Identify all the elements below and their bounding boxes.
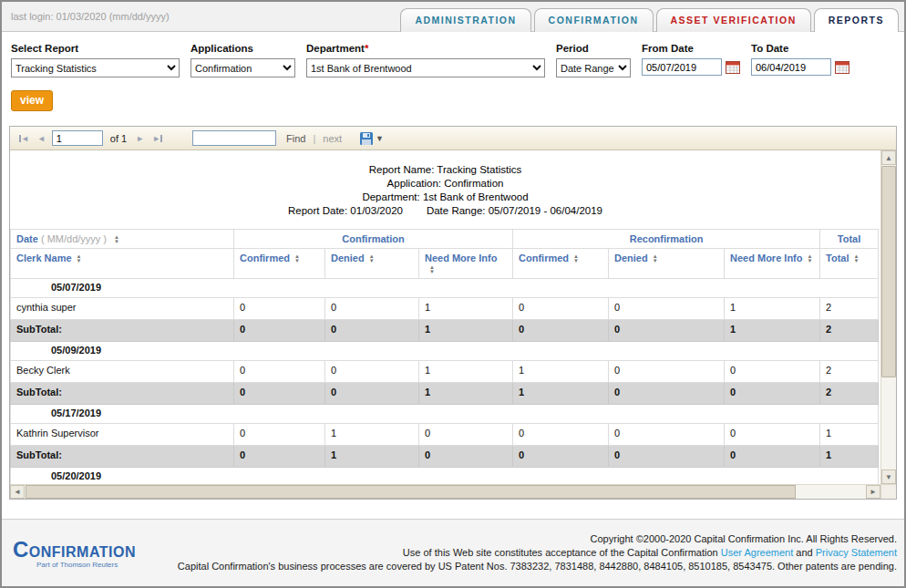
clerk-name-cell: Becky Clerk bbox=[11, 361, 234, 383]
sort-icon[interactable]: ▲▼ bbox=[294, 254, 300, 263]
footer-text-block: Copyright ©2000-2020 Capital Confirmatio… bbox=[168, 532, 897, 573]
confirmation-logo: CONFIRMATION Part of Thomson Reuters bbox=[13, 537, 168, 569]
table-row: Becky Clerk 0 0 1 1 0 0 2 bbox=[11, 361, 879, 383]
value-cell: 0 bbox=[513, 320, 609, 342]
denied-header: Denied▲▼ bbox=[325, 249, 419, 279]
user-agreement-link[interactable]: User Agreement bbox=[721, 547, 793, 558]
previous-page-button[interactable]: ◄ bbox=[36, 134, 47, 143]
scroll-down-icon[interactable]: ▼ bbox=[881, 469, 896, 484]
to-date-calendar-icon[interactable] bbox=[835, 60, 849, 74]
value-cell: 1 bbox=[419, 320, 513, 342]
value-cell: 1 bbox=[325, 446, 419, 468]
sort-icon[interactable]: ▲▼ bbox=[114, 235, 119, 244]
scrollbar-track[interactable] bbox=[797, 485, 866, 499]
total-header: Total▲▼ bbox=[820, 249, 879, 279]
scrollbar-corner bbox=[880, 485, 896, 499]
value-cell: 1 bbox=[725, 298, 820, 320]
date-group-row: 05/17/2019 bbox=[11, 405, 879, 424]
report-header-block: Report Name: Tracking Statistics Applica… bbox=[10, 163, 880, 218]
find-text-input[interactable] bbox=[192, 130, 276, 146]
find-link[interactable]: Find bbox=[286, 133, 305, 144]
first-page-button[interactable]: ◄ bbox=[17, 134, 31, 143]
sort-icon[interactable]: ▲▼ bbox=[369, 254, 375, 263]
next-page-button[interactable]: ► bbox=[134, 134, 146, 143]
last-page-button[interactable]: ► bbox=[150, 134, 164, 143]
value-cell: 1 bbox=[820, 424, 879, 446]
value-cell: 1 bbox=[513, 383, 609, 405]
to-date-input[interactable] bbox=[751, 58, 831, 76]
report-name-line: Report Name: Tracking Statistics bbox=[10, 163, 880, 177]
period-label: Period bbox=[556, 43, 631, 54]
value-cell: 0 bbox=[234, 361, 325, 383]
reconf-denied-header: Denied▲▼ bbox=[609, 249, 725, 279]
value-cell: 0 bbox=[513, 446, 609, 468]
horizontal-scrollbar[interactable]: ◄ ► bbox=[10, 484, 896, 499]
period-dropdown[interactable]: Date Range bbox=[556, 58, 631, 77]
reconf-confirmed-header: Confirmed▲▼ bbox=[513, 249, 609, 279]
value-cell: 0 bbox=[325, 298, 419, 320]
clerk-name-header: Clerk Name▲▼ bbox=[11, 249, 234, 279]
sort-icon[interactable]: ▲▼ bbox=[573, 254, 579, 263]
from-date-input[interactable] bbox=[642, 58, 722, 76]
select-report-dropdown[interactable]: Tracking Statistics bbox=[11, 58, 180, 77]
report-date-line: Report Date: 01/03/2020Date Range: 05/07… bbox=[10, 204, 880, 218]
date-group-row: 05/09/2019 bbox=[11, 342, 879, 361]
horizontal-scrollbar-thumb[interactable] bbox=[26, 485, 796, 499]
table-column-header-row: Clerk Name▲▼ Confirmed▲▼ Denied▲▼ Need M… bbox=[11, 249, 879, 279]
from-date-group: From Date bbox=[642, 43, 740, 77]
find-next-link[interactable]: next bbox=[323, 133, 342, 144]
value-cell: 2 bbox=[820, 298, 879, 320]
report-viewport: Report Name: Tracking Statistics Applica… bbox=[10, 150, 896, 484]
value-cell: 0 bbox=[513, 424, 609, 446]
scroll-right-icon[interactable]: ► bbox=[866, 485, 880, 499]
required-asterisk: * bbox=[365, 43, 368, 54]
confirmed-header: Confirmed▲▼ bbox=[234, 249, 325, 279]
sort-icon[interactable]: ▲▼ bbox=[807, 254, 812, 263]
export-icon[interactable]: ▼ bbox=[359, 131, 384, 146]
footer: CONFIRMATION Part of Thomson Reuters Cop… bbox=[2, 519, 904, 586]
value-cell: 0 bbox=[234, 383, 325, 405]
view-button[interactable]: view bbox=[11, 90, 53, 111]
value-cell: 1 bbox=[725, 320, 820, 342]
privacy-statement-link[interactable]: Privacy Statement bbox=[816, 547, 897, 558]
tab-asset-verification[interactable]: ASSET VERIFICATION bbox=[656, 8, 811, 32]
value-cell: 0 bbox=[419, 446, 513, 468]
copyright-line: Copyright ©2000-2020 Capital Confirmatio… bbox=[168, 532, 897, 546]
page-count-label: of 1 bbox=[110, 133, 127, 144]
department-dropdown[interactable]: 1st Bank of Brentwood bbox=[306, 58, 545, 77]
value-cell: 0 bbox=[513, 298, 609, 320]
scroll-left-icon[interactable]: ◄ bbox=[10, 485, 25, 499]
value-cell: 0 bbox=[725, 424, 820, 446]
date-column-header: Date ( MM/dd/yyyy ) ▲▼ bbox=[11, 230, 234, 249]
top-bar: last login: 01/03/2020 (mm/dd/yyyy) ADMI… bbox=[2, 2, 904, 32]
value-cell: 0 bbox=[234, 320, 325, 342]
sort-icon[interactable]: ▲▼ bbox=[77, 254, 82, 263]
value-cell: 1 bbox=[419, 361, 513, 383]
value-cell: 0 bbox=[234, 424, 325, 446]
app-window: last login: 01/03/2020 (mm/dd/yyyy) ADMI… bbox=[0, 0, 906, 588]
applications-dropdown[interactable]: Confirmation bbox=[190, 58, 295, 77]
value-cell: 0 bbox=[609, 298, 725, 320]
value-cell: 0 bbox=[325, 383, 419, 405]
from-date-calendar-icon[interactable] bbox=[726, 60, 740, 74]
patent-line: Capital Confirmation's business processe… bbox=[168, 560, 897, 573]
reconfirmation-group-header: Reconfirmation bbox=[513, 230, 820, 249]
scroll-up-icon[interactable]: ▲ bbox=[881, 150, 896, 165]
tab-administration[interactable]: ADMINISTRATION bbox=[400, 8, 530, 32]
sort-icon[interactable]: ▲▼ bbox=[653, 254, 658, 263]
date-group-row: 05/07/2019 bbox=[11, 279, 879, 298]
sort-icon[interactable]: ▲▼ bbox=[429, 265, 435, 274]
sort-icon[interactable]: ▲▼ bbox=[854, 254, 860, 263]
select-report-label: Select Report bbox=[11, 43, 180, 54]
scrollbar-track[interactable] bbox=[881, 377, 896, 469]
subtotal-label-cell: SubTotal: bbox=[11, 446, 234, 468]
value-cell: 0 bbox=[419, 424, 513, 446]
tab-reports[interactable]: REPORTS bbox=[814, 8, 899, 32]
clerk-name-cell: Kathrin Supervisor bbox=[11, 424, 234, 446]
tab-confirmation[interactable]: CONFIRMATION bbox=[534, 8, 654, 32]
vertical-scrollbar[interactable]: ▲ ▼ bbox=[880, 150, 896, 484]
page-number-input[interactable] bbox=[52, 130, 103, 146]
value-cell: 2 bbox=[820, 383, 879, 405]
table-row: cynthia super 0 0 1 0 0 1 2 bbox=[11, 298, 879, 320]
vertical-scrollbar-thumb[interactable] bbox=[881, 166, 896, 377]
